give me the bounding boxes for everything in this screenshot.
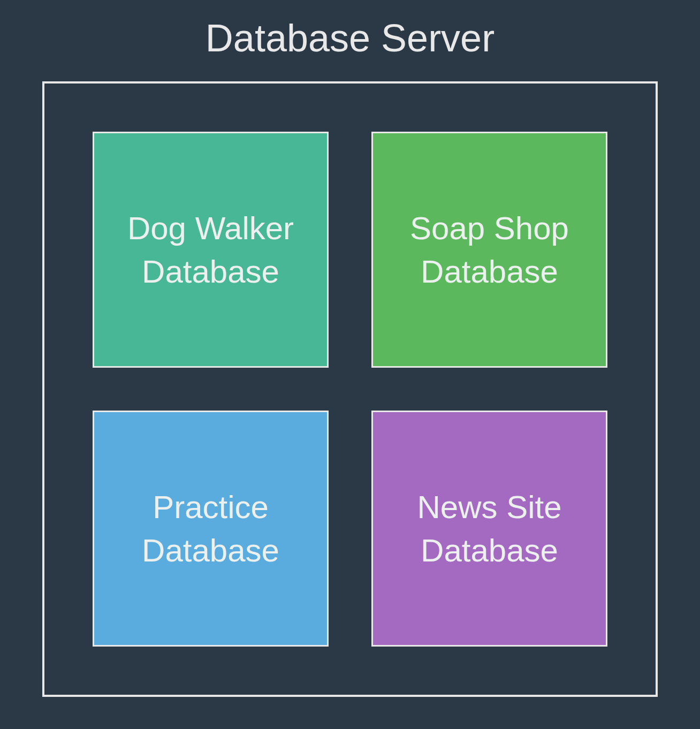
database-label-line1: Practice bbox=[153, 485, 269, 529]
database-box-dog-walker: Dog Walker Database bbox=[93, 132, 329, 368]
database-box-soap-shop: Soap Shop Database bbox=[371, 132, 607, 368]
database-box-practice: Practice Database bbox=[93, 411, 329, 647]
database-label-line2: Database bbox=[142, 250, 279, 293]
database-label-line2: Database bbox=[142, 529, 279, 572]
server-container: Dog Walker Database Soap Shop Database P… bbox=[42, 81, 658, 697]
database-label-line2: Database bbox=[421, 250, 558, 293]
diagram-title: Database Server bbox=[32, 16, 668, 60]
database-label-line2: Database bbox=[421, 529, 558, 572]
database-label-line1: Soap Shop bbox=[410, 207, 569, 250]
database-box-news-site: News Site Database bbox=[371, 411, 607, 647]
database-label-line1: News Site bbox=[417, 485, 561, 529]
database-label-line1: Dog Walker bbox=[127, 207, 294, 250]
